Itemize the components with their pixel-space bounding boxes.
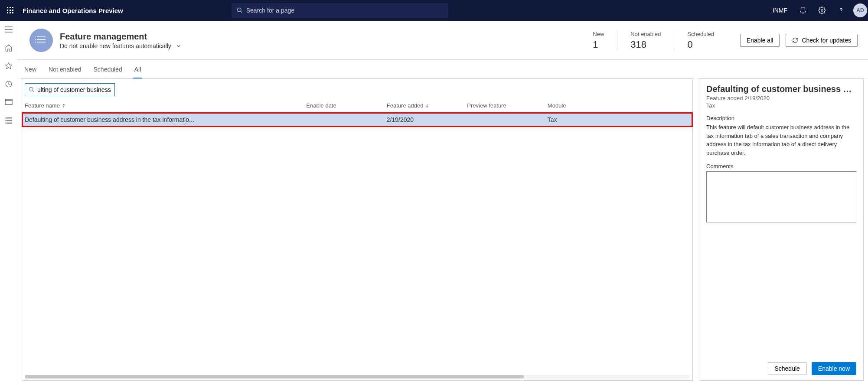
svg-rect-7	[10, 12, 11, 13]
comments-textarea[interactable]	[706, 171, 856, 222]
svg-point-9	[237, 8, 241, 12]
user-avatar[interactable]: AD	[853, 3, 867, 17]
global-search[interactable]	[232, 3, 448, 18]
col-module[interactable]: Module	[545, 99, 692, 113]
stat-scheduled-label: Scheduled	[687, 31, 714, 37]
refresh-icon	[792, 37, 798, 43]
stat-not-enabled-label: Not enabled	[630, 31, 661, 37]
page-glyph-icon	[29, 29, 53, 52]
svg-rect-23	[7, 117, 12, 118]
description-text: This feature will default customer busin…	[706, 123, 856, 157]
svg-rect-0	[7, 7, 8, 8]
enable-all-button[interactable]: Enable all	[740, 34, 780, 47]
svg-point-30	[35, 39, 36, 40]
notifications-icon[interactable]	[793, 0, 813, 21]
svg-rect-24	[7, 120, 12, 121]
chevron-down-icon	[176, 43, 182, 49]
col-feature-name[interactable]: Feature name	[22, 99, 303, 113]
tab-not-enabled[interactable]: Not enabled	[49, 66, 82, 78]
table-row[interactable]: Defaulting of customer business address …	[22, 113, 692, 127]
svg-point-11	[821, 10, 823, 12]
detail-title: Defaulting of customer business addr...	[706, 84, 856, 94]
col-preview-feature[interactable]: Preview feature	[464, 99, 545, 113]
nav-home-icon[interactable]	[4, 43, 13, 52]
waffle-icon[interactable]	[0, 0, 21, 21]
search-icon	[237, 7, 243, 13]
detail-module: Tax	[706, 102, 856, 109]
svg-point-32	[29, 87, 33, 91]
global-search-input[interactable]	[246, 7, 443, 14]
app-title: Finance and Operations Preview	[21, 7, 123, 14]
grid-filter-input[interactable]	[37, 86, 111, 93]
svg-rect-5	[12, 10, 13, 11]
stat-not-enabled-value: 318	[630, 39, 661, 50]
svg-point-21	[5, 120, 6, 121]
enable-now-button[interactable]: Enable now	[812, 362, 856, 375]
settings-icon[interactable]	[813, 0, 832, 21]
svg-point-22	[5, 123, 6, 124]
svg-rect-6	[7, 12, 8, 13]
svg-point-29	[35, 36, 36, 37]
stat-new-label: New	[593, 31, 604, 37]
svg-rect-4	[10, 10, 11, 11]
cell-preview-feature	[464, 113, 545, 127]
check-for-updates-button[interactable]: Check for updates	[786, 34, 858, 47]
page-title: Feature management	[60, 32, 580, 42]
sort-asc-icon	[62, 104, 66, 108]
cell-feature-added: 2/19/2020	[384, 113, 465, 127]
tab-scheduled[interactable]: Scheduled	[94, 66, 122, 78]
nav-recent-icon[interactable]	[4, 80, 13, 88]
nav-modules-icon[interactable]	[4, 116, 13, 125]
tab-new[interactable]: New	[24, 66, 36, 78]
svg-line-33	[33, 91, 34, 92]
svg-rect-18	[5, 99, 12, 104]
schedule-button[interactable]: Schedule	[768, 362, 806, 375]
col-feature-added[interactable]: Feature added	[384, 99, 465, 113]
detail-feature-added: Feature added 2/19/2020	[706, 95, 856, 101]
cell-enable-date	[303, 113, 384, 127]
nav-favorites-icon[interactable]	[4, 62, 13, 70]
svg-point-31	[35, 42, 36, 42]
svg-rect-2	[12, 7, 13, 8]
stat-new-value: 1	[593, 39, 604, 50]
tab-all[interactable]: All	[134, 66, 141, 78]
help-icon[interactable]	[832, 0, 851, 21]
svg-line-10	[241, 11, 242, 13]
svg-point-20	[5, 117, 6, 118]
legal-entity[interactable]: INMF	[767, 7, 793, 14]
nav-workspaces-icon[interactable]	[4, 98, 13, 107]
page-subtitle: Do not enable new features automatically	[60, 42, 171, 49]
cell-feature-name: Defaulting of customer business address …	[22, 113, 303, 127]
comments-label: Comments	[706, 163, 856, 170]
grid-filter[interactable]	[25, 83, 115, 96]
col-enable-date[interactable]: Enable date	[303, 99, 384, 113]
svg-point-12	[841, 12, 841, 13]
description-label: Description	[706, 115, 856, 121]
nav-hamburger-icon[interactable]	[4, 25, 13, 34]
page-subtitle-dropdown[interactable]: Do not enable new features automatically	[60, 42, 580, 49]
svg-rect-3	[7, 10, 8, 11]
svg-rect-25	[7, 123, 12, 124]
filter-search-icon	[29, 87, 35, 93]
horizontal-scrollbar[interactable]	[25, 375, 690, 378]
cell-module: Tax	[545, 113, 692, 127]
sort-desc-icon	[425, 104, 429, 108]
stat-scheduled-value: 0	[687, 39, 714, 50]
svg-marker-16	[5, 63, 12, 69]
svg-rect-8	[12, 12, 13, 13]
svg-rect-1	[10, 7, 11, 8]
